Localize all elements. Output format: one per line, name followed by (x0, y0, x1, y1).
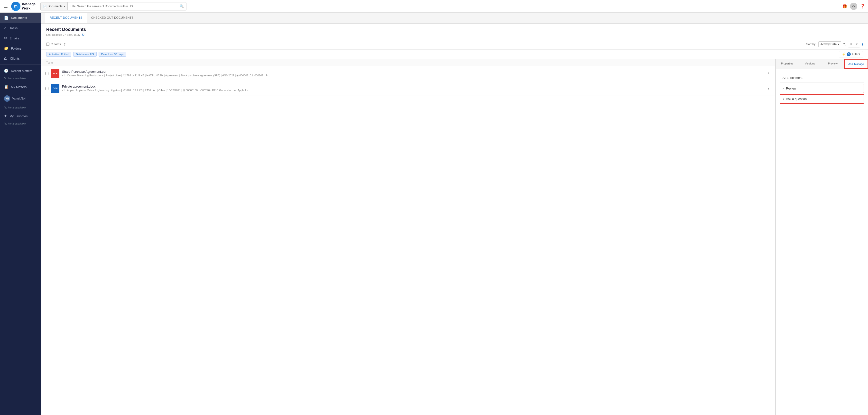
doc-more-button-1[interactable]: ⋮ (766, 70, 771, 77)
right-panel-section-ai-enrichment[interactable]: › AI Enrichment (780, 73, 864, 83)
sidebar-recent-matters-no-items: No items available (0, 76, 41, 82)
my-matters-icon: 📋 (4, 85, 8, 89)
export-button[interactable]: ⤴ (64, 42, 65, 46)
doc-checkbox-2[interactable] (45, 87, 49, 90)
sort-arrow: ▾ (838, 42, 839, 46)
sidebar-item-tasks[interactable]: ✓ Tasks (0, 23, 41, 33)
search-type-button[interactable]: 📄 Documents ▾ (41, 2, 68, 10)
sidebar-emails-label: Emails (9, 36, 19, 40)
sidebar-item-emails[interactable]: ✉ Emails (0, 33, 41, 43)
search-icon: 🔍 (180, 4, 184, 8)
logo-icon: m (11, 2, 21, 11)
sidebar-item-recent-matters[interactable]: 🕐 Recent Matters (0, 66, 41, 76)
sidebar-item-documents[interactable]: 📄 Documents (0, 13, 41, 23)
search-input[interactable] (68, 5, 177, 8)
info-button[interactable]: ℹ (862, 42, 863, 46)
sidebar-my-favorites-label: My Favorites (9, 114, 28, 118)
sidebar-user-row: VN Vamsi.Nori (4, 94, 37, 103)
sort-value: Activity Date (820, 42, 837, 46)
folders-icon: 📁 (4, 46, 8, 51)
view-toggle: ≡ ▾ (848, 41, 860, 47)
emails-icon: ✉ (4, 36, 7, 40)
ask-question-chevron: › (783, 97, 784, 101)
tasks-icon: ✓ (4, 26, 7, 30)
logo-area: m iManage Work (11, 2, 35, 11)
search-area: 📄 Documents ▾ 🔍 (40, 2, 186, 10)
toolbar-right: Sort by: Activity Date ▾ ⇅ ≡ ▾ (806, 41, 863, 47)
clients-icon: 🗂 (4, 57, 7, 61)
doc-icon-pdf: PDF (51, 69, 60, 78)
filters-label: Filters (852, 53, 860, 56)
right-panel-tabs: Properties Versions Preview Ask iManage (776, 59, 868, 69)
recent-matters-icon: 🕐 (4, 69, 8, 73)
refresh-button[interactable]: ↻ (82, 33, 85, 37)
view-arrow-button[interactable]: ▾ (854, 41, 860, 47)
tab-checked-out-documents[interactable]: Checked Out Documents (87, 13, 138, 23)
doc-info-1: Share Purchase Agreement.pdf v1 | Cameo … (62, 70, 763, 77)
info-icon: ℹ (862, 42, 863, 46)
main-layout: 📄 Documents ✓ Tasks ✉ Emails 📁 Folders 🗂… (0, 13, 868, 415)
documents-icon: 📄 (4, 15, 8, 20)
right-panel-section-review[interactable]: › Review (780, 84, 864, 93)
logo-work: Work (22, 6, 35, 10)
user-avatar-top[interactable]: VN (850, 3, 857, 10)
right-tab-preview[interactable]: Preview (822, 59, 844, 69)
chip-databases[interactable]: Databases: US (73, 52, 97, 57)
sidebar-my-matters-label: My Matters (11, 85, 27, 89)
pdf-type-icon: PDF (51, 69, 59, 78)
sidebar-item-folders[interactable]: 📁 Folders (0, 43, 41, 54)
filter-sort-icon: ⇅ (843, 42, 846, 46)
filter-chips-bar: Activities: Edited Databases: US Date: L… (41, 50, 868, 59)
sidebar-item-clients[interactable]: 🗂 Clients (0, 54, 41, 63)
right-tab-properties[interactable]: Properties (776, 59, 799, 69)
export-icon: ⤴ (64, 42, 65, 46)
sidebar-my-favorites-no-items: No items available (0, 121, 41, 127)
right-tab-versions[interactable]: Versions (799, 59, 822, 69)
hamburger-icon: ☰ (4, 4, 8, 9)
chip-date[interactable]: Date: Last 30 days (99, 52, 126, 57)
doc-list: Today PDF Share Purchase Agreement.pdf v… (41, 59, 775, 415)
content-area: Recent Documents Checked Out Documents R… (41, 13, 868, 415)
toolbar: 2 items ⤴ Sort by: Activity Date ▾ ⇅ ≡ (41, 39, 868, 50)
sidebar-item-my-favorites[interactable]: ★ My Favorites (0, 111, 41, 121)
doc-more-button-2[interactable]: ⋮ (766, 85, 771, 92)
item-count: 2 items (51, 42, 61, 46)
right-tab-ask-imanage[interactable]: Ask iManage (844, 59, 868, 69)
view-arrow-icon: ▾ (856, 42, 858, 46)
word-type-icon: DOC (51, 84, 59, 93)
sidebar-avatar: VN (4, 95, 10, 102)
doc-checkbox-1[interactable] (45, 72, 49, 75)
sort-label: Sort by: (806, 42, 816, 46)
tab-recent-documents[interactable]: Recent Documents (45, 13, 87, 23)
logo-text: iManage Work (22, 2, 35, 10)
list-panel-wrapper: Today PDF Share Purchase Agreement.pdf v… (41, 59, 868, 415)
help-icon-button[interactable]: ❓ (860, 4, 865, 8)
doc-section-today: Today (41, 59, 775, 66)
sidebar-item-my-matters[interactable]: 📋 My Matters (0, 82, 41, 92)
ask-question-label: Ask a question (786, 97, 807, 101)
doc-row-1[interactable]: PDF Share Purchase Agreement.pdf v1 | Ca… (41, 66, 775, 81)
filters-button[interactable]: ⚡ 3 Filters (839, 51, 863, 57)
doc-icon-word: DOC (51, 84, 60, 93)
select-all-checkbox[interactable] (46, 42, 50, 46)
my-favorites-icon: ★ (4, 114, 7, 118)
logo-letter: m (14, 4, 18, 8)
view-list-button[interactable]: ≡ (848, 41, 854, 47)
sidebar-folders-label: Folders (11, 47, 22, 50)
chip-activities[interactable]: Activities: Edited (46, 52, 71, 57)
filters-icon: ⚡ (842, 53, 846, 56)
search-type-chevron: ▾ (64, 5, 65, 8)
doc-meta-1: v1 | Cameo Streaming Productions | Proje… (62, 74, 763, 77)
right-panel-section-ask-question[interactable]: › Ask a question (780, 94, 864, 104)
filter-count-badge: 3 (847, 52, 851, 56)
doc-info-2: Private agreement.docx v1 | Apple | Appl… (62, 85, 763, 92)
sidebar-username: Vamsi.Nori (12, 97, 26, 100)
search-submit-button[interactable]: 🔍 (177, 2, 186, 10)
doc-row-2[interactable]: DOC Private agreement.docx v1 | Apple | … (41, 81, 775, 96)
sort-select[interactable]: Activity Date ▾ (818, 41, 841, 47)
filter-sort-button[interactable]: ⇅ (843, 42, 846, 46)
gift-icon-button[interactable]: 🎁 (842, 4, 847, 8)
hamburger-button[interactable]: ☰ (3, 3, 9, 10)
page-subtitle: Last Updated 27 Sept, 16:37 ↻ (46, 33, 863, 37)
doc-icon-small: 📄 (43, 5, 47, 8)
